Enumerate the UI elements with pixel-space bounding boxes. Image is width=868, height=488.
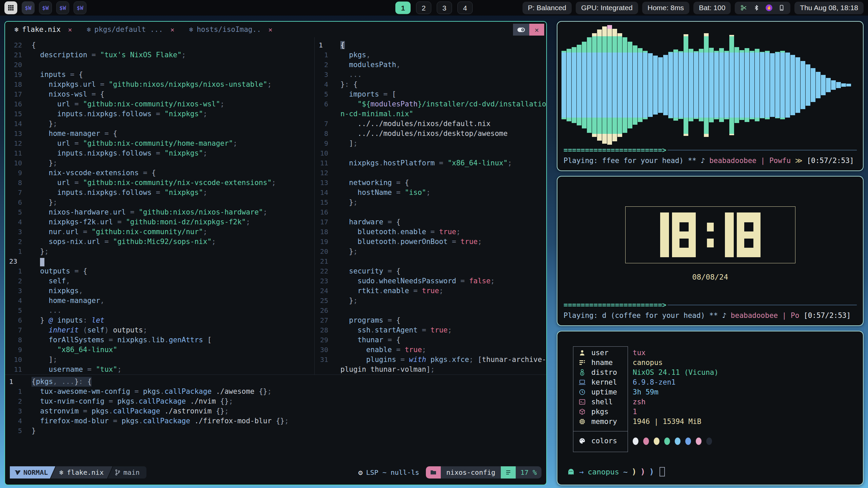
lsp-status: ⚙ LSP ~ null-ls — [358, 468, 419, 477]
status-pill: P: Balanced — [522, 2, 572, 14]
code-line: 5 ... — [5, 306, 314, 316]
shell-prompt[interactable]: →canopus~))) — [567, 467, 665, 476]
workspace-button-2[interactable]: $W — [39, 1, 52, 14]
code-line: 8 forAllSystems = nixpkgs.lib.genAttrs [ — [5, 335, 314, 345]
chip-icon — [579, 418, 586, 425]
terminal-color-dot — [685, 438, 691, 445]
tag-button-1[interactable]: 1 — [395, 2, 411, 14]
code-line: 2 self, — [5, 276, 314, 286]
status-area: P: BalancedGPU: IntegratedHome: 8msBat: … — [522, 2, 864, 14]
code-line: 18 nixpkgs.url = "github:nixos/nixpkgs/n… — [5, 80, 314, 89]
fetch-row-colors: colors — [573, 436, 810, 446]
viz-bar — [795, 57, 800, 113]
code-line: 8 ../../modules/nixos/desktop/awesome — [315, 129, 546, 139]
system-tray[interactable] — [735, 2, 790, 14]
fetch-value: 3h 59m — [633, 388, 658, 396]
tag-button-4[interactable]: 4 — [457, 2, 473, 14]
code-line: 24 rtkit.enable = true; — [315, 286, 546, 296]
prompt-chevron-icon: ) — [640, 467, 645, 476]
code-line: 13 networking = { — [315, 178, 546, 188]
code-line: 26 — [315, 306, 546, 316]
code-line: 16 url = "github:nix-community/nixos-wsl… — [5, 99, 314, 109]
viz-bar — [668, 52, 673, 118]
fetch-label: shell — [591, 398, 613, 406]
code-line: 7 inherit (self) outputs; — [5, 325, 314, 335]
app-launcher-button[interactable] — [4, 1, 17, 14]
git-branch-segment: main — [108, 466, 146, 479]
fetch-label: pkgs — [591, 408, 609, 416]
viz-bar — [806, 64, 810, 106]
scroll-chip — [501, 466, 516, 479]
mode-segment: NORMAL — [10, 466, 55, 479]
pin-toggle-button[interactable] — [513, 24, 529, 36]
mode-label: NORMAL — [23, 468, 48, 476]
music-note-icon: ♪ — [722, 311, 731, 320]
viz-bar — [597, 29, 602, 141]
code-line: 28 ssh.startAgent = true; — [315, 325, 546, 335]
workspace-button-1[interactable]: $W — [22, 1, 35, 14]
code-line: 10 — [315, 148, 546, 158]
viz-bar — [785, 53, 790, 118]
code-pane-pkgs-default[interactable]: 1{pkgs, ...}: {1 tux-awesome-wm-config =… — [5, 377, 546, 436]
tab-close-icon[interactable]: ✕ — [269, 26, 272, 33]
code-pane-iso[interactable]: 1{1 pkgs,2 modulesPath,3 ...4}: {5 impor… — [314, 37, 546, 374]
window-buttons: ✕ — [513, 24, 544, 36]
viz-bar — [612, 29, 617, 141]
code-line: 17 hardware = { — [315, 217, 546, 227]
viz-bar — [801, 61, 805, 109]
code-line: 5} — [5, 426, 546, 436]
progress-bar-2: =======================> — [564, 301, 666, 309]
viz-bar — [729, 35, 734, 135]
fetch-value: tux — [633, 349, 646, 357]
code-line: 1{ — [315, 40, 546, 50]
editor-tab-hosts-isoImag-[interactable]: ❄hosts/isoImag..✕ — [189, 25, 272, 34]
viz-bar — [846, 84, 851, 86]
clock-digit — [737, 212, 761, 257]
code-line: 3 astronvim = pkgs.callPackage ./astronv… — [5, 406, 546, 416]
code-line: 6 }; — [5, 198, 314, 207]
viz-bar — [648, 53, 653, 117]
editor-tab-flake-nix[interactable]: ❄flake.nix✕ — [15, 25, 72, 34]
viz-bar — [684, 34, 688, 136]
tab-close-icon[interactable]: ✕ — [68, 26, 72, 33]
viz-bar — [592, 33, 597, 137]
code-line: 21 description = "tux's NixOS Flake"; — [5, 50, 314, 60]
close-window-button[interactable]: ✕ — [529, 24, 544, 36]
fetch-row-memory: memory1946 | 15394 MiB — [573, 416, 810, 426]
code-line: plugin thunar-volman]; — [315, 365, 546, 374]
visualizer-window[interactable]: =======================> Playing: ffee f… — [557, 21, 864, 171]
clock-window[interactable]: 08/08/24 =======================> Playin… — [557, 176, 864, 326]
code-line: 9 nix-vscode-extensions = { — [5, 168, 314, 178]
clock-digit — [672, 212, 696, 257]
code-line: 11 inputs.nixpkgs.follows = "nixpkgs"; — [5, 148, 314, 158]
bluetooth-icon — [753, 4, 760, 12]
status-pills: P: BalancedGPU: IntegratedHome: 8msBat: … — [522, 2, 731, 14]
code-line: 31 plugins = with pkgs.xfce; [thunar-arc… — [315, 355, 546, 365]
fetch-value: 6.9.8-zen1 — [633, 378, 675, 386]
now-playing: Playing: ffee for your head) ** ♪ beabad… — [564, 156, 857, 166]
tag-button-2[interactable]: 2 — [416, 2, 431, 14]
code-line: 14 hostName = "iso"; — [315, 188, 546, 198]
viz-bar — [653, 56, 658, 115]
workspace-button-4[interactable]: $W — [74, 1, 86, 14]
neovim-window[interactable]: ❄flake.nix✕❄pkgs/default ...✕❄hosts/isoI… — [4, 21, 547, 485]
nix-snowflake-icon: ❄ — [189, 25, 193, 34]
top-bar: $W$W$W$W 1234 P: BalancedGPU: Integrated… — [0, 0, 868, 16]
editor-tab-pkgs-default-[interactable]: ❄pkgs/default ...✕ — [87, 25, 174, 34]
code-line: 1{pkgs, ...}: { — [5, 377, 546, 387]
laptop-icon — [578, 379, 586, 386]
code-line: 30 enable = true; — [315, 345, 546, 355]
code-pane-flake[interactable]: 22{21 description = "tux's NixOS Flake";… — [5, 37, 314, 374]
tab-close-icon[interactable]: ✕ — [171, 26, 174, 33]
viz-bar — [561, 51, 566, 119]
horizontal-split-divider[interactable] — [5, 374, 546, 375]
workspace-button-3[interactable]: $W — [56, 1, 69, 14]
fetch-label: colors — [591, 437, 617, 445]
git-branch-icon — [115, 469, 121, 476]
viz-bar — [821, 75, 826, 95]
code-line: 12 — [315, 168, 546, 178]
tag-button-3[interactable]: 3 — [437, 2, 452, 14]
progress-bar: =======================> — [564, 146, 666, 154]
code-line: 10 ]; — [5, 355, 314, 365]
terminal-window[interactable]: usertuxhnamecanopusdistroNixOS 24.11 (Vi… — [557, 331, 864, 485]
